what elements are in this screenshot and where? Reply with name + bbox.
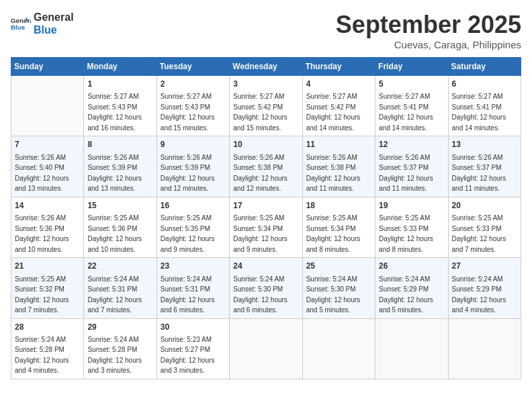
logo-icon: General Blue [11, 15, 31, 32]
day-number: 22 [87, 261, 152, 272]
day-info: Sunrise: 5:24 AMSunset: 5:31 PMDaylight:… [87, 275, 142, 314]
day-info: Sunrise: 5:25 AMSunset: 5:36 PMDaylight:… [87, 214, 142, 253]
day-number: 23 [161, 261, 226, 272]
calendar-cell [302, 318, 375, 379]
calendar-cell: 24 Sunrise: 5:24 AMSunset: 5:30 PMDaylig… [230, 258, 302, 318]
day-info: Sunrise: 5:24 AMSunset: 5:31 PMDaylight:… [161, 275, 215, 314]
day-number: 28 [15, 322, 80, 333]
day-info: Sunrise: 5:25 AMSunset: 5:32 PMDaylight:… [15, 275, 69, 314]
calendar-cell: 5 Sunrise: 5:27 AMSunset: 5:41 PMDayligh… [375, 76, 448, 136]
header-wednesday: Wednesday [230, 58, 302, 76]
day-info: Sunrise: 5:25 AMSunset: 5:33 PMDaylight:… [379, 214, 433, 253]
day-info: Sunrise: 5:26 AMSunset: 5:37 PMDaylight:… [452, 154, 506, 193]
day-number: 19 [379, 200, 444, 212]
day-info: Sunrise: 5:26 AMSunset: 5:38 PMDaylight:… [306, 154, 361, 193]
day-number: 3 [233, 79, 298, 90]
day-info: Sunrise: 5:25 AMSunset: 5:33 PMDaylight:… [452, 214, 506, 253]
calendar-cell: 28 Sunrise: 5:24 AMSunset: 5:28 PMDaylig… [11, 318, 84, 379]
day-number: 2 [161, 79, 226, 90]
day-number: 5 [379, 79, 444, 90]
day-info: Sunrise: 5:26 AMSunset: 5:37 PMDaylight:… [379, 154, 433, 193]
header-monday: Monday [84, 58, 157, 76]
header-tuesday: Tuesday [157, 58, 229, 76]
day-info: Sunrise: 5:26 AMSunset: 5:38 PMDaylight:… [233, 154, 287, 193]
calendar-cell: 12 Sunrise: 5:26 AMSunset: 5:37 PMDaylig… [375, 136, 448, 197]
day-info: Sunrise: 5:25 AMSunset: 5:35 PMDaylight:… [161, 214, 215, 253]
calendar-week-row: 1 Sunrise: 5:27 AMSunset: 5:43 PMDayligh… [11, 76, 521, 136]
calendar-header-row: SundayMondayTuesdayWednesdayThursdayFrid… [11, 58, 521, 76]
day-info: Sunrise: 5:24 AMSunset: 5:30 PMDaylight:… [306, 275, 361, 314]
title-area: September 2025 Cuevas, Caraga, Philippin… [336, 11, 521, 50]
calendar-cell: 6 Sunrise: 5:27 AMSunset: 5:41 PMDayligh… [448, 76, 521, 136]
page-header: General Blue General Blue September 2025… [11, 11, 521, 50]
day-info: Sunrise: 5:23 AMSunset: 5:27 PMDaylight:… [161, 336, 215, 375]
day-info: Sunrise: 5:27 AMSunset: 5:41 PMDaylight:… [379, 93, 433, 132]
month-title: September 2025 [336, 11, 521, 39]
day-info: Sunrise: 5:25 AMSunset: 5:34 PMDaylight:… [306, 214, 361, 253]
day-number: 29 [87, 322, 152, 333]
calendar-table: SundayMondayTuesdayWednesdayThursdayFrid… [11, 57, 521, 379]
day-number: 30 [161, 322, 226, 333]
calendar-cell: 11 Sunrise: 5:26 AMSunset: 5:38 PMDaylig… [302, 136, 375, 197]
day-number: 11 [306, 139, 371, 150]
day-number: 13 [452, 139, 517, 150]
day-info: Sunrise: 5:26 AMSunset: 5:40 PMDaylight:… [15, 154, 69, 193]
header-saturday: Saturday [448, 58, 521, 76]
header-sunday: Sunday [11, 58, 84, 76]
calendar-cell: 2 Sunrise: 5:27 AMSunset: 5:43 PMDayligh… [157, 76, 229, 136]
day-number: 6 [452, 79, 517, 90]
calendar-cell: 1 Sunrise: 5:27 AMSunset: 5:43 PMDayligh… [84, 76, 157, 136]
header-thursday: Thursday [302, 58, 375, 76]
calendar-cell [375, 318, 448, 379]
calendar-cell: 22 Sunrise: 5:24 AMSunset: 5:31 PMDaylig… [84, 258, 157, 318]
calendar-cell: 17 Sunrise: 5:25 AMSunset: 5:34 PMDaylig… [230, 197, 302, 257]
day-info: Sunrise: 5:26 AMSunset: 5:36 PMDaylight:… [15, 214, 69, 253]
calendar-week-row: 14 Sunrise: 5:26 AMSunset: 5:36 PMDaylig… [11, 197, 521, 257]
calendar-cell: 16 Sunrise: 5:25 AMSunset: 5:35 PMDaylig… [157, 197, 229, 257]
day-info: Sunrise: 5:25 AMSunset: 5:34 PMDaylight:… [233, 214, 287, 253]
day-info: Sunrise: 5:24 AMSunset: 5:29 PMDaylight:… [379, 275, 433, 314]
calendar-cell: 13 Sunrise: 5:26 AMSunset: 5:37 PMDaylig… [448, 136, 521, 197]
calendar-cell: 30 Sunrise: 5:23 AMSunset: 5:27 PMDaylig… [157, 318, 229, 379]
calendar-cell: 25 Sunrise: 5:24 AMSunset: 5:30 PMDaylig… [302, 258, 375, 318]
day-number: 27 [452, 261, 517, 272]
calendar-cell [448, 318, 521, 379]
day-number: 25 [306, 261, 371, 272]
day-info: Sunrise: 5:24 AMSunset: 5:28 PMDaylight:… [15, 336, 69, 375]
day-number: 12 [379, 139, 444, 150]
logo-blue: Blue [34, 24, 74, 36]
location-title: Cuevas, Caraga, Philippines [336, 39, 521, 50]
day-number: 20 [452, 200, 517, 212]
calendar-cell: 14 Sunrise: 5:26 AMSunset: 5:36 PMDaylig… [11, 197, 84, 257]
calendar-week-row: 21 Sunrise: 5:25 AMSunset: 5:32 PMDaylig… [11, 258, 521, 318]
calendar-cell: 19 Sunrise: 5:25 AMSunset: 5:33 PMDaylig… [375, 197, 448, 257]
day-info: Sunrise: 5:27 AMSunset: 5:43 PMDaylight:… [161, 93, 215, 132]
day-info: Sunrise: 5:26 AMSunset: 5:39 PMDaylight:… [161, 154, 215, 193]
calendar-cell: 26 Sunrise: 5:24 AMSunset: 5:29 PMDaylig… [375, 258, 448, 318]
day-info: Sunrise: 5:24 AMSunset: 5:30 PMDaylight:… [233, 275, 287, 314]
day-number: 8 [87, 139, 152, 150]
day-number: 7 [15, 139, 80, 150]
calendar-cell [230, 318, 302, 379]
day-info: Sunrise: 5:27 AMSunset: 5:43 PMDaylight:… [87, 93, 142, 132]
day-number: 21 [15, 261, 80, 272]
day-number: 24 [233, 261, 298, 272]
day-number: 4 [306, 79, 371, 90]
svg-text:Blue: Blue [11, 24, 26, 31]
calendar-cell: 9 Sunrise: 5:26 AMSunset: 5:39 PMDayligh… [157, 136, 229, 197]
calendar-cell: 23 Sunrise: 5:24 AMSunset: 5:31 PMDaylig… [157, 258, 229, 318]
calendar-cell [11, 76, 84, 136]
calendar-cell: 27 Sunrise: 5:24 AMSunset: 5:29 PMDaylig… [448, 258, 521, 318]
day-number: 1 [87, 79, 152, 90]
calendar-cell: 4 Sunrise: 5:27 AMSunset: 5:42 PMDayligh… [302, 76, 375, 136]
calendar-cell: 7 Sunrise: 5:26 AMSunset: 5:40 PMDayligh… [11, 136, 84, 197]
logo-general: General [34, 11, 74, 24]
calendar-cell: 20 Sunrise: 5:25 AMSunset: 5:33 PMDaylig… [448, 197, 521, 257]
day-number: 15 [87, 200, 152, 212]
day-info: Sunrise: 5:27 AMSunset: 5:42 PMDaylight:… [233, 93, 287, 132]
calendar-cell: 15 Sunrise: 5:25 AMSunset: 5:36 PMDaylig… [84, 197, 157, 257]
calendar-cell: 21 Sunrise: 5:25 AMSunset: 5:32 PMDaylig… [11, 258, 84, 318]
day-number: 14 [15, 200, 80, 212]
day-number: 17 [233, 200, 298, 212]
calendar-cell: 29 Sunrise: 5:24 AMSunset: 5:28 PMDaylig… [84, 318, 157, 379]
